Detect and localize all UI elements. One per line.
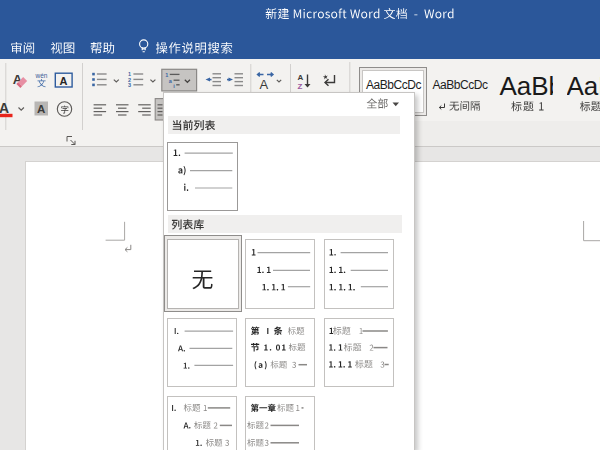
svg-text:A: A — [298, 73, 304, 82]
svg-text:Z: Z — [298, 82, 303, 91]
svg-text:A: A — [37, 103, 45, 115]
svg-text:3: 3 — [128, 82, 131, 88]
svg-text:A: A — [60, 75, 68, 87]
svg-text:wén: wén — [35, 72, 48, 79]
svg-text:A: A — [0, 100, 9, 116]
svg-text:A: A — [260, 77, 269, 92]
